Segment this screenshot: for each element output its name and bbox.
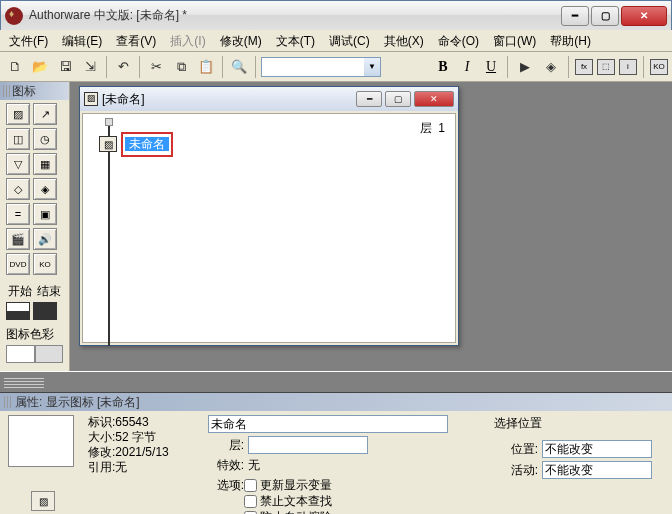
option-prevent-auto-erase[interactable]: 防止自动擦除 bbox=[244, 509, 332, 514]
separator bbox=[507, 56, 508, 78]
effect-label: 特效: bbox=[208, 457, 244, 474]
menubar: 文件(F) 编辑(E) 查看(V) 插入(I) 修改(M) 文本(T) 调试(C… bbox=[0, 30, 672, 52]
activity-value[interactable] bbox=[542, 461, 652, 479]
doc-maximize-button[interactable]: ▢ bbox=[385, 91, 411, 107]
layer-info: 层 1 bbox=[420, 120, 445, 137]
doc-icon: ▨ bbox=[84, 92, 98, 106]
function-icon[interactable]: fx bbox=[575, 59, 593, 75]
wait-tool-icon[interactable]: ◷ bbox=[33, 128, 57, 150]
motion-tool-icon[interactable]: ↗ bbox=[33, 103, 57, 125]
doc-close-button[interactable]: ✕ bbox=[414, 91, 454, 107]
variable-icon[interactable]: ⬚ bbox=[597, 59, 615, 75]
italic-button[interactable]: I bbox=[457, 57, 477, 77]
app-icon bbox=[5, 7, 23, 25]
underline-button[interactable]: U bbox=[481, 57, 501, 77]
separator bbox=[106, 56, 107, 78]
map-tool-icon[interactable]: ▣ bbox=[33, 203, 57, 225]
flowline-area[interactable]: ▨ 未命名 层 1 bbox=[82, 113, 456, 343]
menu-edit[interactable]: 编辑(E) bbox=[55, 31, 109, 51]
window-close-button[interactable]: ✕ bbox=[621, 6, 667, 26]
menu-view[interactable]: 查看(V) bbox=[109, 31, 163, 51]
flowline bbox=[108, 126, 110, 346]
effect-value: 无 bbox=[248, 457, 260, 474]
navigate-tool-icon[interactable]: ▽ bbox=[6, 153, 30, 175]
dvd-tool-icon[interactable]: DVD bbox=[6, 253, 30, 275]
knowledge-icon[interactable]: KO bbox=[650, 59, 668, 75]
sound-tool-icon[interactable]: 🔊 bbox=[33, 228, 57, 250]
window-minimize-button[interactable]: ━ bbox=[561, 6, 589, 26]
icon-thumbnail[interactable]: ▨ bbox=[31, 491, 55, 511]
color-swatch[interactable] bbox=[6, 345, 63, 363]
erase-tool-icon[interactable]: ◫ bbox=[6, 128, 30, 150]
window-maximize-button[interactable]: ▢ bbox=[591, 6, 619, 26]
menu-text[interactable]: 文本(T) bbox=[269, 31, 322, 51]
display-tool-icon[interactable]: ▨ bbox=[6, 103, 30, 125]
activity-label: 活动: bbox=[494, 462, 538, 479]
new-icon[interactable]: 🗋 bbox=[4, 56, 26, 78]
find-icon[interactable]: 🔍 bbox=[228, 56, 250, 78]
separator bbox=[139, 56, 140, 78]
movie-tool-icon[interactable]: 🎬 bbox=[6, 228, 30, 250]
position-label: 位置: bbox=[494, 441, 538, 458]
properties-title: 属性: 显示图标 [未命名] bbox=[0, 393, 672, 411]
framework-tool-icon[interactable]: ▦ bbox=[33, 153, 57, 175]
horizontal-splitter[interactable] bbox=[0, 371, 672, 393]
open-icon[interactable]: 📂 bbox=[29, 56, 51, 78]
main-titlebar: Authorware 中文版: [未命名] * ━ ▢ ✕ bbox=[0, 0, 672, 30]
mdi-area: ▨ [未命名] ━ ▢ ✕ ▨ 未命名 层 1 bbox=[70, 82, 672, 371]
flowline-start bbox=[105, 118, 113, 126]
icon-palette: 图标 ▨↗ ◫◷ ▽▦ ◇◈ =▣ 🎬🔊 DVDKO 开始 结束 图标色彩 bbox=[0, 82, 70, 371]
undo-icon[interactable]: ↶ bbox=[112, 56, 134, 78]
run-icon[interactable]: ▶ bbox=[514, 56, 536, 78]
info-icon[interactable]: i bbox=[619, 59, 637, 75]
color-label: 图标色彩 bbox=[6, 327, 54, 341]
end-flag-icon[interactable] bbox=[33, 302, 57, 320]
document-titlebar[interactable]: ▨ [未命名] ━ ▢ ✕ bbox=[80, 87, 458, 111]
decision-tool-icon[interactable]: ◇ bbox=[6, 178, 30, 200]
icon-name-input[interactable] bbox=[208, 415, 448, 433]
option-no-text-search[interactable]: 禁止文本查找 bbox=[244, 493, 332, 509]
separator bbox=[643, 56, 644, 78]
display-node-icon[interactable]: ▨ bbox=[99, 136, 117, 152]
app-title: Authorware 中文版: [未命名] * bbox=[29, 7, 561, 24]
menu-modify[interactable]: 修改(M) bbox=[213, 31, 269, 51]
menu-help[interactable]: 帮助(H) bbox=[543, 31, 598, 51]
control-panel-icon[interactable]: ◈ bbox=[540, 56, 562, 78]
style-combo[interactable]: ▼ bbox=[261, 57, 381, 77]
menu-debug[interactable]: 调试(C) bbox=[322, 31, 377, 51]
calc-tool-icon[interactable]: = bbox=[6, 203, 30, 225]
palette-title: 图标 bbox=[0, 82, 69, 100]
document-window: ▨ [未命名] ━ ▢ ✕ ▨ 未命名 层 1 bbox=[79, 86, 459, 346]
knowledge-tool-icon[interactable]: KO bbox=[33, 253, 57, 275]
node-label[interactable]: 未命名 bbox=[125, 137, 169, 151]
import-icon[interactable]: ⇲ bbox=[79, 56, 101, 78]
chevron-down-icon: ▼ bbox=[364, 58, 380, 76]
doc-minimize-button[interactable]: ━ bbox=[356, 91, 382, 107]
cut-icon[interactable]: ✂ bbox=[145, 56, 167, 78]
copy-icon[interactable]: ⧉ bbox=[170, 56, 192, 78]
menu-insert[interactable]: 插入(I) bbox=[163, 31, 212, 51]
grip-icon[interactable] bbox=[4, 396, 11, 408]
interaction-tool-icon[interactable]: ◈ bbox=[33, 178, 57, 200]
option-update-vars[interactable]: 更新显示变量 bbox=[244, 477, 332, 493]
start-flag-label: 开始 bbox=[6, 283, 35, 300]
preview-box bbox=[8, 415, 74, 467]
position-value[interactable] bbox=[542, 440, 652, 458]
menu-other[interactable]: 其他(X) bbox=[377, 31, 431, 51]
node-highlight-box: 未命名 bbox=[121, 132, 173, 157]
menu-file[interactable]: 文件(F) bbox=[2, 31, 55, 51]
layer-input[interactable] bbox=[248, 436, 368, 454]
paste-icon[interactable]: 📋 bbox=[195, 56, 217, 78]
separator bbox=[222, 56, 223, 78]
toolbar: 🗋 📂 🖫 ⇲ ↶ ✂ ⧉ 📋 🔍 ▼ B I U ▶ ◈ fx ⬚ i KO bbox=[0, 52, 672, 82]
properties-title-text: 属性: 显示图标 [未命名] bbox=[15, 394, 140, 411]
bold-button[interactable]: B bbox=[433, 57, 453, 77]
properties-panel: 属性: 显示图标 [未命名] ▨ 打开 标识:65543 大小:52 字节 修改… bbox=[0, 393, 672, 514]
options-label: 选项: bbox=[208, 477, 244, 514]
separator bbox=[255, 56, 256, 78]
menu-command[interactable]: 命令(O) bbox=[431, 31, 486, 51]
start-flag-icon[interactable] bbox=[6, 302, 30, 320]
menu-window[interactable]: 窗口(W) bbox=[486, 31, 543, 51]
save-all-icon[interactable]: 🖫 bbox=[54, 56, 76, 78]
grip-icon[interactable] bbox=[3, 85, 10, 97]
